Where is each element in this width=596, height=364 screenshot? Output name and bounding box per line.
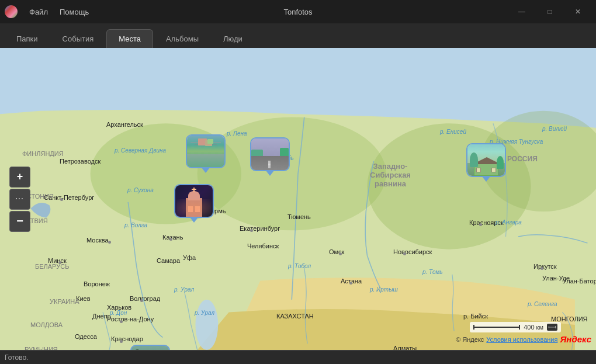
zoom-in-button[interactable]: +	[9, 167, 30, 188]
marker-church-bubble	[174, 184, 214, 218]
zoom-out-button[interactable]: −	[9, 211, 30, 232]
title-bar-left: Файл Помощь	[5, 5, 93, 19]
marker-road-tail	[266, 171, 274, 176]
yandex-logo: Яндекс	[560, 334, 591, 344]
dot-krasnoyarsk	[479, 223, 482, 226]
tab-people[interactable]: Люди	[212, 30, 254, 48]
tab-albums[interactable]: Альбомы	[154, 30, 210, 48]
dot-kazan	[169, 238, 172, 241]
dot-almaty	[402, 349, 405, 350]
dot-omsk	[339, 252, 342, 255]
dot-irkutsk	[540, 267, 543, 270]
marker-church[interactable]	[174, 184, 214, 223]
attribution: © Яндекс Условия использования Яндекс	[456, 334, 591, 344]
marker-house-bubble	[466, 143, 506, 177]
svg-point-6	[195, 300, 218, 350]
close-button[interactable]: ✕	[564, 3, 591, 20]
marker-house[interactable]	[466, 143, 506, 182]
map-controls: + ··· −	[9, 167, 30, 232]
dot-rostov	[120, 320, 123, 323]
marker-church-tail	[190, 217, 198, 223]
status-text: Готово.	[5, 353, 28, 362]
marker-village-tail	[202, 168, 210, 173]
marker-manor[interactable]	[130, 345, 170, 350]
scale-bar: 400 км	[470, 322, 561, 332]
zoom-level-button[interactable]: ···	[9, 189, 30, 210]
map-background	[0, 48, 596, 350]
title-bar: Файл Помощь Tonfotos — □ ✕	[0, 0, 596, 23]
app-icon	[5, 5, 18, 18]
scale-label: 400 км	[524, 324, 543, 331]
status-bar: Готово.	[0, 350, 596, 364]
menu-items: Файл Помощь	[25, 5, 93, 19]
app-title: Tonfotos	[283, 8, 312, 16]
dot-spb	[60, 198, 63, 201]
window-controls: — □ ✕	[508, 3, 591, 20]
tab-events[interactable]: События	[51, 30, 106, 48]
marker-road[interactable]	[250, 137, 290, 176]
tab-places[interactable]: Места	[106, 29, 153, 48]
marker-village[interactable]	[186, 134, 226, 173]
tab-folders[interactable]: Папки	[5, 30, 50, 48]
menu-help[interactable]: Помощь	[55, 5, 93, 19]
marker-manor-bubble	[130, 345, 170, 350]
marker-house-tail	[482, 176, 490, 182]
map-container[interactable]: Архангельск Петрозаводск Санкт-Петербург…	[0, 48, 596, 350]
marker-village-bubble	[186, 134, 226, 168]
minimize-button[interactable]: —	[508, 3, 535, 20]
maximize-button[interactable]: □	[536, 3, 563, 20]
dot-moscow	[108, 241, 111, 244]
menu-file[interactable]: Файл	[25, 5, 53, 19]
dot-krasnodar	[120, 340, 123, 343]
dot-astana	[349, 282, 352, 285]
dot-ekb	[250, 229, 253, 232]
attribution-link[interactable]: Условия использования	[486, 336, 557, 343]
dot-novosib	[403, 252, 406, 255]
dot-volgograd	[140, 299, 143, 302]
marker-road-bubble	[250, 137, 290, 171]
attribution-text: © Яндекс	[456, 336, 484, 343]
svg-point-3	[197, 117, 386, 230]
dot-minsk	[58, 261, 61, 264]
tab-bar: Папки События Места Альбомы Люди	[0, 23, 596, 48]
